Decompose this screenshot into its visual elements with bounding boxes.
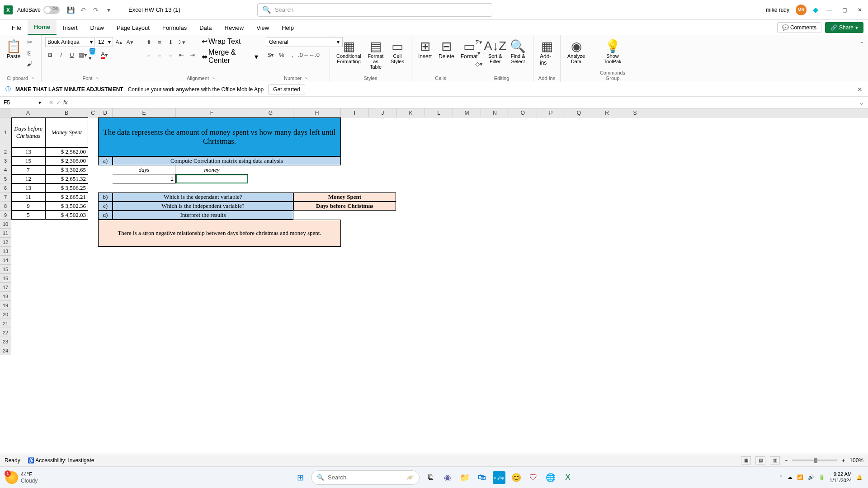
corr-value-1[interactable]: 1 (113, 174, 176, 183)
cell-days[interactable]: 9 (11, 202, 45, 211)
row-header-11[interactable]: 11 (0, 229, 11, 238)
fill-color-icon[interactable]: 🪣▾ (89, 50, 99, 60)
comma-icon[interactable]: , (288, 50, 297, 60)
text-c[interactable]: Which is the independent variable? (113, 202, 293, 211)
autosum-icon[interactable]: Σ▾ (474, 37, 484, 47)
clock[interactable]: 9:22 AM 1/11/2024 (830, 471, 852, 483)
search-box[interactable]: 🔍 Search (257, 3, 492, 17)
cell-money[interactable]: $ 2,305.00 (45, 156, 88, 165)
accounting-icon[interactable]: $▾ (266, 50, 276, 60)
tab-help[interactable]: Help (275, 21, 300, 35)
cell-days[interactable]: 5 (11, 211, 45, 220)
page-break-view-icon[interactable]: ▥ (770, 456, 780, 465)
insert-cells-button[interactable]: ⊞Insert (415, 37, 435, 61)
increase-decimal-icon[interactable]: .0→ (298, 50, 308, 60)
delete-cells-button[interactable]: ⊟Delete (436, 37, 457, 61)
align-center-icon[interactable]: ≡ (155, 50, 165, 60)
mcafee-icon[interactable]: 🛡 (527, 471, 540, 484)
col-header-b[interactable]: B (45, 108, 88, 117)
name-box[interactable]: F5▾ (0, 97, 45, 108)
comments-button[interactable]: 💬 Comments (777, 22, 821, 33)
underline-icon[interactable]: U (67, 50, 77, 60)
corr-header-money[interactable]: money (176, 165, 248, 174)
tab-home[interactable]: Home (28, 20, 57, 35)
col-header-o[interactable]: O (509, 108, 537, 117)
volume-icon[interactable]: 🔊 (808, 474, 814, 480)
merge-center-button[interactable]: ⬌ Merge & Center ▾ (202, 48, 258, 65)
row-header-24[interactable]: 24 (0, 346, 11, 355)
col-header-k[interactable]: K (397, 108, 425, 117)
cell-days[interactable]: 13 (11, 183, 45, 192)
zoom-in-icon[interactable]: + (842, 457, 845, 464)
fx-icon[interactable]: fx (63, 99, 67, 106)
row-header-8[interactable]: 8 (0, 202, 11, 211)
undo-icon[interactable]: ↶ (79, 5, 88, 14)
zoom-level[interactable]: 100% (849, 457, 863, 464)
cell-money[interactable]: $ 2,865.21 (45, 192, 88, 202)
format-as-table-button[interactable]: ▤Format as Table (365, 37, 387, 71)
store-icon[interactable]: 🛍 (476, 471, 488, 484)
font-name-select[interactable]: Book Antiqua▾ (45, 37, 95, 47)
formula-input[interactable] (71, 97, 855, 108)
row-header-16[interactable]: 16 (0, 274, 11, 283)
addins-button[interactable]: ▦Add-ins (537, 37, 557, 68)
answer-b[interactable]: Money Spent (293, 192, 396, 202)
orientation-icon[interactable]: ⤸▾ (176, 37, 186, 47)
col-header-g[interactable]: G (248, 108, 293, 117)
row-header-21[interactable]: 21 (0, 319, 11, 328)
row-header-15[interactable]: 15 (0, 265, 11, 274)
cell-money[interactable]: $ 3,302.65 (45, 165, 88, 174)
row-header-14[interactable]: 14 (0, 256, 11, 265)
paste-button[interactable]: 📋 Paste (4, 37, 24, 61)
row-header-7[interactable]: 7 (0, 192, 11, 202)
copy-icon[interactable]: ⎘ (24, 48, 34, 58)
zoom-out-icon[interactable]: − (784, 457, 788, 464)
row-header-23[interactable]: 23 (0, 337, 11, 346)
start-icon[interactable]: ⊞ (294, 471, 307, 484)
autosave-toggle[interactable] (43, 6, 60, 14)
corr-header-days[interactable]: days (113, 165, 176, 174)
taskbar-search[interactable]: 🔍Search🪐 (311, 470, 420, 485)
launcher-icon[interactable]: ↘ (95, 75, 99, 81)
row-header-4[interactable]: 4 (0, 165, 11, 174)
col-header-a[interactable]: A (11, 108, 45, 117)
row-header-6[interactable]: 6 (0, 183, 11, 192)
increase-font-icon[interactable]: A▴ (114, 37, 124, 47)
cell-styles-button[interactable]: ▭Cell Styles (387, 37, 407, 66)
sort-filter-button[interactable]: A↓ZSort & Filter (485, 37, 505, 66)
row-header-3[interactable]: 3 (0, 156, 11, 165)
cell-money[interactable]: $ 3,502.36 (45, 202, 88, 211)
conditional-formatting-button[interactable]: ▦Conditional Formatting (334, 37, 364, 66)
interpretation-text[interactable]: There is a stron negative relationship b… (98, 220, 341, 247)
wrap-text-button[interactable]: ↩ Wrap Text (202, 37, 258, 46)
col-header-f[interactable]: F (176, 108, 248, 117)
decrease-indent-icon[interactable]: ⇤ (176, 50, 186, 60)
collapse-ribbon-icon[interactable]: ⌄ (860, 38, 864, 45)
increase-indent-icon[interactable]: ⇥ (187, 50, 197, 60)
select-all-corner[interactable] (0, 108, 11, 117)
hp-icon[interactable]: myhp (493, 471, 505, 484)
align-middle-icon[interactable]: ≡ (155, 37, 165, 47)
font-size-select[interactable]: 12▾ (96, 37, 113, 47)
launcher-icon[interactable]: ↘ (31, 75, 34, 81)
col-header-n[interactable]: N (481, 108, 509, 117)
tab-view[interactable]: View (250, 21, 275, 35)
row-header-22[interactable]: 22 (0, 328, 11, 337)
tray-chevron-icon[interactable]: ⌃ (779, 474, 783, 480)
col-header-p[interactable]: P (537, 108, 565, 117)
header-days[interactable]: Days before Christmas (11, 117, 45, 147)
label-a[interactable]: a) (98, 156, 113, 165)
cell-days[interactable]: 11 (11, 192, 45, 202)
label-c[interactable]: c) (98, 202, 113, 211)
italic-icon[interactable]: I (56, 50, 66, 60)
battery-icon[interactable]: 🔋 (819, 474, 825, 480)
cut-icon[interactable]: ✂ (24, 37, 34, 47)
font-color-icon[interactable]: A▾ (99, 50, 109, 60)
notifications-icon[interactable]: 🔔 (856, 474, 863, 480)
row-header-10[interactable]: 10 (0, 220, 11, 229)
col-header-d[interactable]: D (98, 108, 113, 117)
share-button[interactable]: 🔗Share ▾ (825, 22, 863, 33)
wifi-icon[interactable]: 📶 (797, 474, 803, 480)
row-header-9[interactable]: 9 (0, 211, 11, 220)
header-money[interactable]: Money Spent (45, 117, 88, 147)
